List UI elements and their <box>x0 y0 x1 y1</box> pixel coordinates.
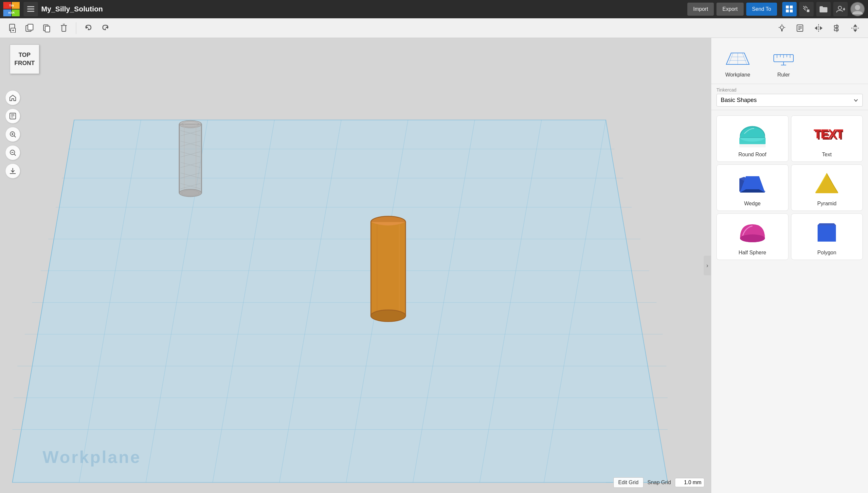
round-roof-icon <box>734 120 770 149</box>
light-button[interactable] <box>774 21 789 36</box>
svg-marker-65 <box>13 120 668 483</box>
header-action-buttons: Import Export Send To <box>687 3 777 16</box>
snap-grid-input[interactable] <box>675 478 704 487</box>
ruler-tool-label: Ruler <box>778 72 790 78</box>
svg-point-32 <box>780 26 784 29</box>
workplane-svg <box>0 38 711 493</box>
copy-button[interactable] <box>39 21 54 36</box>
svg-rect-47 <box>834 29 838 31</box>
download-view-button[interactable] <box>5 164 20 178</box>
export-button[interactable]: Export <box>716 3 743 16</box>
svg-point-149 <box>740 234 765 242</box>
svg-rect-10 <box>790 5 793 8</box>
svg-rect-13 <box>807 9 809 12</box>
svg-point-14 <box>838 6 842 9</box>
tinkercad-logo: TIN KER <box>3 2 20 16</box>
svg-line-112 <box>742 53 747 64</box>
svg-rect-51 <box>10 113 16 119</box>
svg-line-109 <box>744 53 749 64</box>
shape-source-label: Tinkercad <box>716 87 863 92</box>
text-shape-icon: TEXT TEXT TEXT <box>809 120 845 149</box>
redo-button[interactable] <box>98 21 113 36</box>
panel-collapse-handle[interactable]: › <box>704 256 711 275</box>
canvas-area[interactable]: TOP FRONT <box>0 38 711 493</box>
menu-button[interactable] <box>24 2 38 16</box>
svg-line-110 <box>729 53 733 64</box>
note-button[interactable] <box>793 21 808 36</box>
svg-rect-46 <box>834 25 838 27</box>
svg-marker-44 <box>820 26 823 30</box>
orange-cylinder[interactable] <box>371 216 405 321</box>
svg-marker-30 <box>86 26 88 29</box>
nav-cube-top-label: TOP <box>19 52 31 59</box>
svg-rect-7 <box>27 8 34 9</box>
zoom-in-button[interactable] <box>5 127 20 142</box>
svg-marker-50 <box>853 29 857 32</box>
add-user-button[interactable] <box>833 2 848 16</box>
nav-cube-front-label: FRONT <box>14 60 35 67</box>
svg-marker-154 <box>817 225 836 242</box>
new-button[interactable] <box>5 21 20 36</box>
user-avatar-button[interactable] <box>850 2 865 16</box>
flip-button[interactable] <box>848 21 863 36</box>
grid-view-button[interactable] <box>782 2 796 16</box>
pyramid-icon <box>809 169 845 198</box>
workplane-tool-button[interactable]: Workplane <box>716 44 759 81</box>
zoom-out-button[interactable] <box>5 145 20 160</box>
snap-grid-label: Snap Grid <box>647 479 671 486</box>
svg-rect-24 <box>28 24 33 30</box>
svg-marker-145 <box>815 173 838 193</box>
shape-item-text[interactable]: TEXT TEXT TEXT Text <box>791 115 863 162</box>
align-button[interactable] <box>829 21 844 36</box>
svg-rect-26 <box>45 26 50 32</box>
workplane-tool-label: Workplane <box>725 72 750 78</box>
polygon-icon <box>809 218 845 247</box>
right-panel: Workplane <box>711 38 868 493</box>
undo-button[interactable] <box>81 21 96 36</box>
nav-cube[interactable]: TOP FRONT <box>10 44 43 81</box>
svg-rect-9 <box>786 5 789 8</box>
svg-marker-49 <box>853 24 857 27</box>
gray-cylinder[interactable] <box>179 121 202 197</box>
home-view-button[interactable] <box>5 90 20 105</box>
svg-point-18 <box>855 5 860 10</box>
delete-button[interactable] <box>56 21 72 36</box>
ruler-tool-button[interactable]: Ruler <box>762 44 805 81</box>
pyramid-label: Pyramid <box>817 201 836 207</box>
duplicate-button[interactable] <box>22 21 37 36</box>
edit-grid-button[interactable]: Edit Grid <box>613 477 644 488</box>
half-sphere-label: Half Sphere <box>739 250 767 256</box>
view-controls <box>5 90 20 178</box>
svg-marker-31 <box>105 26 108 29</box>
wedge-label: Wedge <box>744 201 761 207</box>
header: TIN KER My_Silly_Solution Import Export … <box>0 0 868 18</box>
polygon-label: Polygon <box>817 250 836 256</box>
toolbar-separator-1 <box>76 22 76 34</box>
shape-category-select[interactable]: Basic Shapes <box>716 94 863 107</box>
shape-grid: Round Roof TEXT TEXT TEXT Text <box>711 110 868 265</box>
document-title: My_Silly_Solution <box>41 5 681 14</box>
svg-line-58 <box>14 136 16 137</box>
projects-button[interactable] <box>816 2 831 16</box>
svg-rect-6 <box>27 6 34 7</box>
svg-point-104 <box>371 310 405 322</box>
shape-category-value: Basic Shapes <box>721 97 757 104</box>
ruler-tool-icon <box>769 47 798 70</box>
mirror-button[interactable] <box>811 21 826 36</box>
fit-view-button[interactable] <box>5 109 20 124</box>
send-to-button[interactable]: Send To <box>746 3 777 16</box>
shape-item-polygon[interactable]: Polygon <box>791 213 863 260</box>
import-button[interactable]: Import <box>687 3 714 16</box>
svg-line-108 <box>726 53 731 64</box>
shape-item-wedge[interactable]: Wedge <box>716 165 788 211</box>
bottom-controls: Edit Grid Snap Grid <box>613 477 704 488</box>
toolbar-right-section <box>774 21 863 36</box>
nav-cube-box[interactable]: TOP FRONT <box>10 44 39 74</box>
tools-button[interactable] <box>799 2 814 16</box>
wedge-icon <box>734 169 770 198</box>
svg-rect-11 <box>786 9 789 13</box>
shape-item-half-sphere[interactable]: Half Sphere <box>716 213 788 260</box>
shape-item-pyramid[interactable]: Pyramid <box>791 165 863 211</box>
shape-item-round-roof[interactable]: Round Roof <box>716 115 788 162</box>
main-area: TOP FRONT <box>0 38 868 493</box>
